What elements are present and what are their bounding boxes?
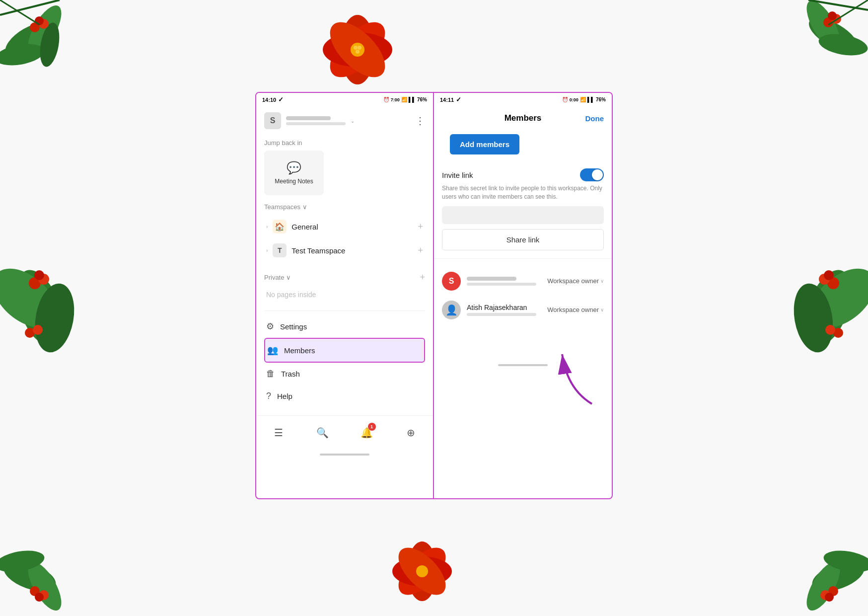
invite-link-description: Share this secret link to invite people … xyxy=(442,184,604,201)
notification-badge: 1 xyxy=(368,423,376,431)
members-list: S Workspace owner ∨ 👤 xyxy=(434,259,612,332)
member-row-current: S Workspace owner ∨ xyxy=(442,267,604,296)
atish-email-bar xyxy=(467,313,536,316)
trash-nav-item[interactable]: 🗑 Trash xyxy=(264,363,425,385)
svg-point-57 xyxy=(416,565,428,577)
current-user-name-bar xyxy=(467,277,516,281)
test-teamspace-label: Test Teamspace xyxy=(291,246,345,255)
workspace-sub-bar xyxy=(286,122,346,125)
atish-avatar: 👤 xyxy=(442,301,461,319)
tab-search-button[interactable]: 🔍 xyxy=(312,422,334,444)
svg-point-15 xyxy=(358,46,362,50)
atish-name: Atish Rajasekharan xyxy=(467,304,536,311)
help-label: Help xyxy=(277,392,292,400)
svg-point-22 xyxy=(828,11,837,20)
workspace-chevron-icon[interactable]: ⌄ xyxy=(351,118,355,124)
members-nav-item[interactable]: 👥 Members xyxy=(264,338,425,363)
private-chevron-icon: ∨ xyxy=(286,274,291,281)
private-header: Private ∨ + xyxy=(264,268,425,287)
meeting-notes-icon: 💬 xyxy=(287,161,301,175)
test-expand-icon: › xyxy=(266,248,268,253)
done-button[interactable]: Done xyxy=(585,114,604,123)
left-phone: 14:10 ✓ ⏰ 7:00 📶 ▌▌ 76% S xyxy=(255,92,434,499)
atish-role-chevron-icon: ∨ xyxy=(600,307,604,312)
private-add-button[interactable]: + xyxy=(420,272,425,283)
search-icon: 🔍 xyxy=(316,427,329,439)
test-add-button[interactable]: + xyxy=(418,245,423,256)
invite-link-section: Invite link Share this secret link to in… xyxy=(434,168,612,259)
svg-point-46 xyxy=(35,593,44,602)
menu-icon: ☰ xyxy=(274,427,283,439)
teamspaces-label: Teamspaces xyxy=(264,203,300,211)
share-link-button[interactable]: Share link xyxy=(442,229,604,250)
trash-icon: 🗑 xyxy=(266,369,275,379)
divider xyxy=(264,310,425,311)
toggle-knob xyxy=(592,169,603,180)
svg-point-30 xyxy=(34,270,44,280)
time-right: 14:11 ✓ xyxy=(440,96,461,103)
invite-link-toggle[interactable] xyxy=(580,168,604,181)
general-add-button[interactable]: + xyxy=(418,222,423,232)
teamspaces-chevron-icon: ∨ xyxy=(302,203,307,211)
svg-point-52 xyxy=(825,593,834,602)
general-expand-icon: › xyxy=(266,224,268,230)
workspace-header[interactable]: S ⌄ ⋮ xyxy=(264,106,425,133)
tab-add-button[interactable]: ⊕ xyxy=(400,422,422,444)
current-user-email-bar xyxy=(467,283,536,286)
members-page-title: Members xyxy=(505,113,542,123)
workspace-avatar: S xyxy=(264,112,281,129)
help-nav-item[interactable]: ? Help xyxy=(264,385,425,407)
help-icon: ? xyxy=(266,391,271,401)
current-user-avatar: S xyxy=(442,272,461,291)
invite-link-url-bar[interactable] xyxy=(442,206,604,224)
add-icon: ⊕ xyxy=(407,427,415,439)
status-icons-right: ⏰ 0:00 📶 ▌▌ 76% xyxy=(562,97,606,102)
trash-label: Trash xyxy=(281,370,300,378)
role-chevron-icon: ∨ xyxy=(600,278,604,284)
members-page-header: Members Done xyxy=(434,106,612,130)
members-label: Members xyxy=(284,346,315,355)
more-options-button[interactable]: ⋮ xyxy=(415,115,425,127)
general-label: General xyxy=(291,223,318,231)
workspace-name-bar xyxy=(286,116,331,120)
tab-bar: ☰ 🔍 🔔 1 ⊕ xyxy=(256,415,433,452)
test-icon: T xyxy=(273,243,287,257)
status-icons-left: ⏰ 7:00 📶 ▌▌ 76% xyxy=(383,97,427,102)
settings-icon: ⚙ xyxy=(266,321,274,332)
svg-point-32 xyxy=(33,325,43,335)
settings-nav-item[interactable]: ⚙ Settings xyxy=(264,315,425,338)
private-label: Private xyxy=(264,274,284,281)
status-bar-left: 14:10 ✓ ⏰ 7:00 📶 ▌▌ 76% xyxy=(256,93,433,106)
svg-point-14 xyxy=(354,46,358,50)
settings-label: Settings xyxy=(280,322,307,331)
status-bar-right: 14:11 ✓ ⏰ 0:00 📶 ▌▌ 76% xyxy=(434,93,612,106)
teamspaces-header[interactable]: Teamspaces ∨ xyxy=(264,203,425,211)
general-icon: 🏠 xyxy=(273,220,287,233)
right-phone: 14:11 ✓ ⏰ 0:00 📶 ▌▌ 76% Members Done Add… xyxy=(434,92,613,499)
members-icon: 👥 xyxy=(267,345,278,356)
svg-point-40 xyxy=(825,325,835,335)
home-indicator xyxy=(320,454,369,456)
time-left: 14:10 ✓ xyxy=(262,96,284,103)
current-user-role[interactable]: Workspace owner ∨ xyxy=(547,277,604,285)
member-row-atish: 👤 Atish Rajasekharan Workspace owner ∨ xyxy=(442,296,604,324)
atish-role[interactable]: Workspace owner ∨ xyxy=(547,306,604,313)
add-members-button[interactable]: Add members xyxy=(450,134,519,154)
svg-point-38 xyxy=(824,270,834,280)
home-indicator-right xyxy=(498,364,548,366)
tab-menu-button[interactable]: ☰ xyxy=(268,422,289,444)
tab-notifications-button[interactable]: 🔔 1 xyxy=(356,422,378,444)
meeting-notes-label: Meeting Notes xyxy=(275,178,313,185)
no-pages-text: No pages inside xyxy=(264,287,425,303)
invite-link-label: Invite link xyxy=(442,171,473,179)
general-teamspace-item[interactable]: › 🏠 General + xyxy=(264,215,425,238)
jump-back-card[interactable]: 💬 Meeting Notes xyxy=(264,151,324,195)
test-teamspace-item[interactable]: › T Test Teamspace + xyxy=(264,238,425,262)
svg-point-16 xyxy=(356,50,360,54)
jump-back-in-label: Jump back in xyxy=(264,139,425,147)
